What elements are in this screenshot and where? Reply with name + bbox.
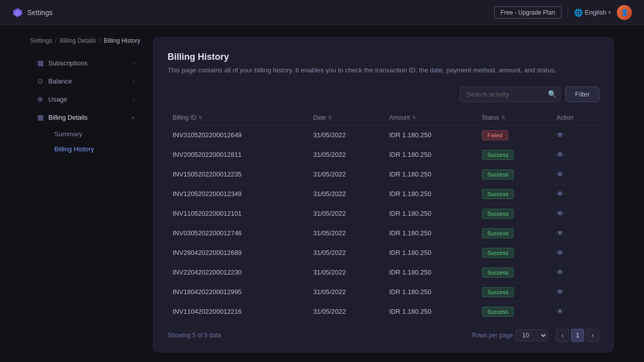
cell-billing-id: INV2005202200012811	[168, 145, 308, 164]
sidebar-subscriptions-label: Subscriptions	[48, 59, 88, 67]
topnav-left: Settings	[12, 7, 53, 18]
cell-date: 31/05/2022	[308, 125, 384, 145]
table-row: INV1104202200012216 31/05/2022 IDR 1.180…	[168, 302, 599, 321]
table-row: INV3105202200012649 31/05/2022 IDR 1.180…	[168, 125, 599, 145]
sidebar-billing-label: Billing Details	[48, 114, 88, 121]
billing-table: Billing ID ⇅ Date ⇅	[168, 110, 599, 322]
search-input[interactable]	[460, 86, 560, 102]
cell-amount: IDR 1.180.250	[384, 262, 476, 282]
upgrade-button[interactable]: Free - Upgrade Plan	[494, 7, 562, 19]
cell-amount: IDR 1.180.250	[384, 302, 476, 321]
status-badge: Failed	[482, 130, 508, 140]
breadcrumb-billing-details[interactable]: Billing Details	[60, 37, 96, 44]
cell-status: Success	[477, 262, 551, 282]
main-layout: Settings / Billing Details / Billing His…	[0, 25, 644, 362]
language-selector[interactable]: 🌐 English ▾	[574, 9, 611, 17]
sidebar: Settings / Billing Details / Billing His…	[30, 25, 141, 362]
breadcrumb-settings[interactable]: Settings	[30, 37, 52, 44]
cell-date: 31/05/2022	[308, 145, 384, 164]
cell-billing-id: INV3105202200012649	[168, 125, 308, 145]
view-action-button[interactable]: 👁	[556, 288, 564, 296]
view-action-button[interactable]: 👁	[556, 190, 564, 198]
status-badge: Success	[482, 228, 514, 238]
cell-amount: IDR 1.180.250	[384, 282, 476, 302]
col-status: Status ⇅	[477, 110, 551, 126]
page-title: Billing History	[168, 52, 599, 62]
cell-action: 👁	[551, 223, 599, 243]
filter-button[interactable]: Filter	[566, 86, 599, 102]
cell-action: 👁	[551, 184, 599, 204]
cell-billing-id: INV0305202200012746	[168, 223, 308, 243]
breadcrumb-sep-2: /	[99, 37, 101, 44]
view-action-button[interactable]: 👁	[556, 229, 564, 237]
table-row: INV2204202200012230 31/05/2022 IDR 1.180…	[168, 262, 599, 282]
sidebar-item-balance[interactable]: ⊙ Balance ›	[30, 72, 141, 89]
balance-icon: ⊙	[36, 77, 44, 85]
toolbar: 🔍 Filter	[168, 86, 599, 102]
sidebar-item-subscriptions[interactable]: ▦ Subscriptions ›	[30, 54, 141, 71]
cell-action: 👁	[551, 262, 599, 282]
table-row: INV1105202200012101 31/05/2022 IDR 1.180…	[168, 204, 599, 223]
view-action-button[interactable]: 👁	[556, 209, 564, 218]
cell-status: Success	[477, 145, 551, 164]
sort-icon[interactable]: ⇅	[412, 115, 416, 120]
rows-select[interactable]: 10 20 50	[516, 329, 548, 341]
cell-billing-id: INV1804202200012995	[168, 282, 308, 302]
view-action-button[interactable]: 👁	[556, 307, 564, 316]
table-body: INV3105202200012649 31/05/2022 IDR 1.180…	[168, 125, 599, 321]
cell-action: 👁	[551, 164, 599, 184]
cell-date: 31/05/2022	[308, 164, 384, 184]
chevron-icon: ›	[133, 97, 135, 102]
sort-icon[interactable]: ⇅	[501, 115, 505, 120]
view-action-button[interactable]: 👁	[556, 248, 564, 257]
view-action-button[interactable]: 👁	[556, 170, 564, 178]
cell-status: Success	[477, 204, 551, 223]
cell-amount: IDR 1.180.250	[384, 184, 476, 204]
chevron-down-icon: ▾	[608, 10, 611, 15]
nav-divider	[568, 8, 568, 18]
table-row: INV1205202200012349 31/05/2022 IDR 1.180…	[168, 184, 599, 204]
breadcrumb-current: Billing History	[104, 37, 140, 44]
table-footer: Showing 5 of 5 data Rows per page 10 20 …	[168, 329, 599, 342]
sidebar-balance-label: Balance	[48, 77, 72, 85]
view-action-button[interactable]: 👁	[556, 150, 564, 159]
avatar[interactable]: 👤	[617, 5, 632, 20]
sidebar-item-billing-history[interactable]: Billing History	[48, 142, 141, 156]
chevron-icon: ›	[133, 78, 135, 84]
cell-date: 31/05/2022	[308, 184, 384, 204]
sort-icon[interactable]: ⇅	[198, 115, 202, 120]
cell-date: 31/05/2022	[308, 223, 384, 243]
language-label: English	[585, 9, 606, 16]
cell-amount: IDR 1.180.250	[384, 223, 476, 243]
topnav: Settings Free - Upgrade Plan 🌐 English ▾…	[0, 0, 644, 25]
next-page-button[interactable]: ›	[586, 329, 599, 342]
subscriptions-icon: ▦	[36, 59, 44, 67]
cell-action: 👁	[551, 204, 599, 223]
table-row: INV2804202200012689 31/05/2022 IDR 1.180…	[168, 243, 599, 262]
sidebar-item-summary[interactable]: Summary	[48, 127, 141, 141]
cell-date: 31/05/2022	[308, 302, 384, 321]
view-action-button[interactable]: 👁	[556, 268, 564, 277]
view-action-button[interactable]: 👁	[556, 131, 564, 139]
cell-status: Success	[477, 302, 551, 321]
table-row: INV1804202200012995 31/05/2022 IDR 1.180…	[168, 282, 599, 302]
cell-billing-id: INV1205202200012349	[168, 184, 308, 204]
search-wrap: 🔍	[460, 86, 560, 102]
cell-status: Success	[477, 243, 551, 262]
cell-date: 31/05/2022	[308, 243, 384, 262]
cell-billing-id: INV1505202200012235	[168, 164, 308, 184]
sort-icon[interactable]: ⇅	[328, 115, 332, 120]
cell-action: 👁	[551, 243, 599, 262]
sidebar-item-usage[interactable]: ⊕ Usage ›	[30, 90, 141, 108]
cell-status: Failed	[477, 125, 551, 145]
col-amount: Amount ⇅	[384, 110, 476, 126]
status-badge: Success	[482, 189, 514, 199]
cell-action: 👁	[551, 282, 599, 302]
chevron-icon: ›	[133, 60, 135, 66]
usage-icon: ⊕	[36, 95, 44, 103]
page-1-button[interactable]: 1	[571, 329, 584, 342]
prev-page-button[interactable]: ‹	[556, 329, 569, 342]
sidebar-item-billing-details[interactable]: ▦ Billing Details ∧	[30, 109, 141, 126]
pagination: ‹ 1 ›	[556, 329, 599, 342]
sidebar-usage-label: Usage	[48, 96, 67, 103]
